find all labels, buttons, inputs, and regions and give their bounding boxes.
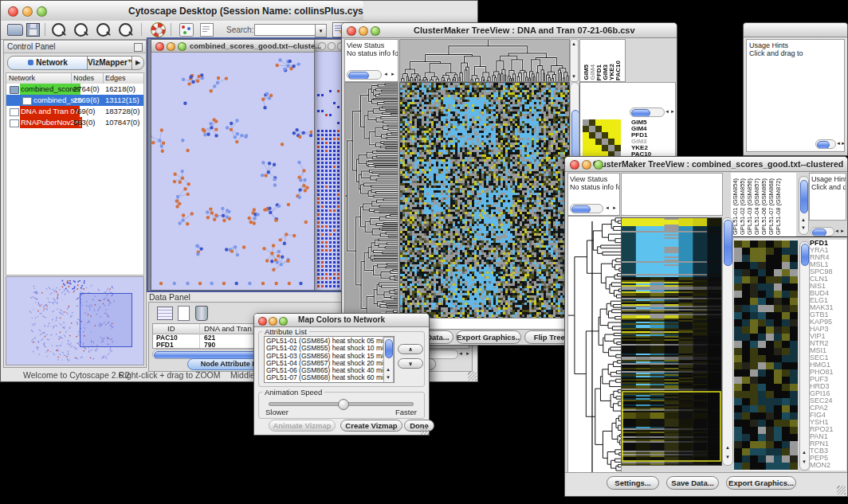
matrix-cell[interactable] bbox=[595, 132, 602, 139]
matrix-cell[interactable] bbox=[602, 145, 608, 151]
matrix-cell[interactable] bbox=[589, 119, 595, 126]
animate-vizmap-button[interactable]: Animate Vizmap bbox=[269, 420, 336, 432]
tab-vizmapper[interactable]: VizMapper™ bbox=[87, 56, 133, 70]
done-button[interactable]: Done bbox=[404, 420, 434, 432]
close-icon[interactable] bbox=[347, 26, 356, 36]
search-input[interactable] bbox=[254, 24, 316, 36]
resize-grip[interactable] bbox=[468, 372, 477, 381]
tab-network[interactable]: Network bbox=[7, 56, 88, 70]
network-frame-1[interactable]: combined_scores_good.txt--cluste... bbox=[151, 39, 315, 291]
column-scroll-strip[interactable]: ▴ ▾ bbox=[570, 39, 579, 82]
attribute-list[interactable]: GPL51-01 (GSM854) heat shock 05 minGPL51… bbox=[264, 336, 395, 383]
settings-button[interactable]: Settings... bbox=[607, 476, 659, 490]
delete-attribute-icon[interactable] bbox=[195, 306, 208, 321]
matrix-cell[interactable] bbox=[614, 132, 621, 139]
zoom-window-icon[interactable] bbox=[37, 6, 47, 17]
matrix-cell[interactable] bbox=[608, 139, 614, 145]
matrix-cell[interactable] bbox=[589, 145, 595, 151]
matrix-cell[interactable] bbox=[595, 126, 602, 132]
matrix-cell[interactable] bbox=[583, 119, 589, 126]
zoom-window-icon[interactable] bbox=[594, 160, 603, 170]
matrix-cell[interactable] bbox=[602, 126, 608, 132]
animation-speed-slider[interactable] bbox=[269, 402, 414, 406]
float-panel-icon[interactable] bbox=[134, 43, 143, 52]
matrix-cell[interactable] bbox=[608, 126, 614, 132]
heatmap-canvas[interactable] bbox=[399, 82, 570, 329]
attribute-list-vscrollbar[interactable]: ▴ ▾ bbox=[383, 337, 394, 383]
export-graphics-button[interactable]: Export Graphics... bbox=[456, 330, 521, 344]
network-overview[interactable] bbox=[6, 276, 144, 365]
matrix-cell[interactable] bbox=[602, 119, 608, 126]
tabs-overflow-button[interactable]: ▶ bbox=[132, 56, 144, 70]
matrix-cell[interactable] bbox=[602, 132, 608, 139]
zoom-selected-icon[interactable] bbox=[119, 23, 132, 37]
network-name[interactable]: DNA and Tran 07 bbox=[20, 106, 80, 117]
open-session-button[interactable] bbox=[7, 24, 23, 36]
minimize-icon[interactable] bbox=[359, 26, 368, 36]
matrix-cell[interactable] bbox=[589, 139, 595, 145]
matrix-cell[interactable] bbox=[614, 119, 621, 126]
heatmap-canvas[interactable] bbox=[621, 217, 722, 466]
matrix-cell[interactable] bbox=[614, 145, 621, 151]
zoom-in-icon[interactable] bbox=[74, 23, 88, 37]
gene-labels-vscrollbar[interactable]: ▴ ▾ bbox=[799, 241, 810, 471]
matrix-cell[interactable] bbox=[583, 132, 589, 139]
minimize-icon[interactable] bbox=[582, 160, 591, 170]
minimize-icon[interactable] bbox=[269, 317, 277, 326]
matrix-cell[interactable] bbox=[595, 145, 602, 151]
resize-grip[interactable] bbox=[420, 426, 429, 435]
matrix-cell[interactable] bbox=[583, 139, 589, 145]
zoom-out-icon[interactable] bbox=[52, 23, 65, 37]
matrix-cell[interactable] bbox=[589, 126, 595, 132]
slider-thumb[interactable] bbox=[338, 399, 349, 410]
table-icon[interactable] bbox=[157, 307, 173, 320]
zoom-window-icon[interactable] bbox=[279, 317, 288, 326]
close-icon[interactable] bbox=[258, 317, 267, 326]
overview-viewport-rect[interactable] bbox=[80, 293, 132, 347]
usage-hints-hscrollbar[interactable] bbox=[811, 227, 834, 236]
minimize-icon[interactable] bbox=[167, 42, 175, 51]
network-view-canvas[interactable] bbox=[151, 53, 312, 289]
save-data-button[interactable]: Save Data... bbox=[666, 476, 719, 490]
network-tree-row[interactable]: DNA and Tran 07769(0)183728(0) bbox=[6, 106, 143, 117]
zoom-window-icon[interactable] bbox=[178, 42, 186, 51]
resize-grip[interactable] bbox=[837, 486, 846, 494]
view-status-hscrollbar[interactable] bbox=[570, 204, 603, 213]
network-name[interactable]: combined_scores bbox=[20, 84, 80, 95]
matrix-cell[interactable] bbox=[608, 119, 614, 126]
zoom-fit-icon[interactable] bbox=[96, 23, 110, 37]
row-dendrogram-canvas[interactable] bbox=[344, 82, 398, 329]
zoom-window-icon[interactable] bbox=[371, 26, 380, 36]
view-status-hscrollbar[interactable] bbox=[347, 70, 382, 80]
new-network-icon[interactable] bbox=[179, 23, 194, 37]
matrix-cell[interactable] bbox=[614, 126, 621, 132]
close-icon[interactable] bbox=[155, 42, 164, 51]
network-tree-row[interactable]: combined_scores2764(0)16218(0) bbox=[6, 84, 143, 95]
matrix-cell[interactable] bbox=[602, 139, 608, 145]
matrix-cell[interactable] bbox=[589, 132, 595, 139]
column-labels-vscrollbar[interactable]: ▴ ▾ bbox=[799, 176, 809, 235]
heatmap-vscrollbar[interactable]: ▴ ▾ bbox=[722, 217, 733, 466]
export-graphics-button[interactable]: Export Graphics... bbox=[726, 476, 796, 490]
minimize-icon[interactable] bbox=[22, 6, 33, 17]
new-attribute-icon[interactable] bbox=[178, 306, 190, 321]
matrix-cell[interactable] bbox=[614, 139, 621, 145]
dialog-titlebar[interactable]: Map Colors to Network bbox=[254, 314, 429, 327]
save-session-button[interactable] bbox=[26, 23, 40, 37]
close-icon[interactable] bbox=[8, 6, 18, 17]
matrix-cell[interactable] bbox=[595, 119, 602, 126]
main-titlebar[interactable]: Cytoscape Desktop (Session Name: collins… bbox=[1, 1, 363, 21]
matrix-cell[interactable] bbox=[583, 145, 589, 151]
network-tree-row[interactable]: combined_sco2569(6)13112(15) bbox=[6, 95, 143, 106]
treeview1-titlebar[interactable]: ClusterMaker TreeView : DNA and Tran 07-… bbox=[342, 23, 677, 38]
help-icon[interactable] bbox=[151, 22, 166, 37]
move-down-button[interactable]: ∨ bbox=[398, 358, 423, 369]
treeview2-titlebar[interactable]: ClusterMaker TreeView : combined_scores_… bbox=[565, 157, 847, 172]
move-up-button[interactable]: ∧ bbox=[398, 344, 423, 354]
row-dendrogram-canvas[interactable] bbox=[567, 216, 622, 474]
matrix-cell[interactable] bbox=[608, 145, 614, 151]
matrix-cell[interactable] bbox=[608, 132, 614, 139]
annotation-icon[interactable] bbox=[200, 23, 214, 37]
matrix-cell[interactable] bbox=[595, 139, 602, 145]
zoom-hscrollbar[interactable] bbox=[630, 107, 665, 117]
